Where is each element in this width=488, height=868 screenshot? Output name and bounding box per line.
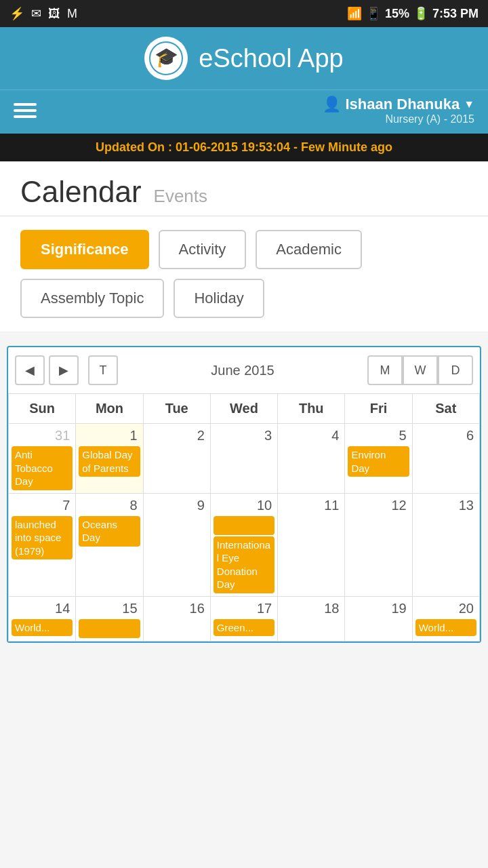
cal-nav-left: ◀ ▶ T [15,355,118,385]
day-cell[interactable]: 2 [143,424,210,494]
signal-icon: 📱 [366,6,381,21]
day-cell[interactable]: 7 launched into space (1979) [9,493,76,596]
day-number: 3 [214,427,274,445]
event-badge: launched into space (1979) [12,516,73,560]
table-row: 31 Anti Tobacco Day 1 Global Day of Pare… [9,424,480,494]
day-cell[interactable]: 4 [278,424,345,494]
day-number: 14 [12,599,73,618]
event-badge: Environ Day [348,446,409,477]
day-cell[interactable]: 19 [345,596,412,641]
event-badge: International Eye Donation Day [214,536,274,593]
app-header: 🎓 eSchool App [0,27,488,90]
event-badge: Global Day of Parents [79,446,140,477]
status-left-icons: ⚡ ✉ 🖼 M [9,6,77,21]
image-icon: 🖼 [48,7,60,21]
day-number: 13 [415,496,476,515]
status-bar: ⚡ ✉ 🖼 M 📶 📱 15% 🔋 7:53 PM [0,0,488,27]
day-cell[interactable]: 8 Oceans Day [76,493,143,596]
event-badge: World... [12,619,73,637]
filter-holiday[interactable]: Holiday [174,279,264,318]
day-number: 9 [146,496,207,515]
filter-activity[interactable]: Activity [159,230,247,269]
day-cell[interactable]: 15 [76,596,143,641]
time-display: 7:53 PM [432,7,479,21]
day-number: 8 [79,496,140,515]
event-badge: Oceans Day [79,516,140,547]
user-class-display: Nursery (A) - 2015 [323,113,474,125]
table-row: 7 launched into space (1979) 8 Oceans Da… [9,493,480,596]
weekday-fri: Fri [345,394,412,424]
today-button[interactable]: T [88,355,118,385]
gmail-icon: M [67,7,77,21]
event-badge: Green... [214,619,274,637]
table-row: 14 World... 15 16 17 Green... 18 [9,596,480,641]
day-number: 2 [146,427,207,445]
page-title-area: Calendar Events [0,161,488,216]
status-right-icons: 📶 📱 15% 🔋 7:53 PM [347,6,479,21]
month-view-button[interactable]: M [367,355,403,385]
battery-text: 15% [385,7,409,21]
user-icon: 👤 [323,96,341,113]
weekday-sat: Sat [412,394,479,424]
day-cell[interactable]: 18 [278,596,345,641]
day-cell[interactable]: 12 [345,493,412,596]
next-month-button[interactable]: ▶ [49,355,79,385]
event-badge: Anti Tobacco Day [12,446,73,490]
usb-icon: ⚡ [9,6,24,21]
filter-area: Significance Activity Academic Assembly … [0,216,488,332]
day-cell[interactable]: 13 [412,493,479,596]
user-name-display[interactable]: 👤 Ishaan Dhanuka ▼ [323,96,474,113]
day-number: 17 [214,599,274,618]
day-cell[interactable]: 6 [412,424,479,494]
dropdown-arrow-icon: ▼ [464,98,474,111]
day-cell[interactable]: 10 International Eye Donation Day [210,493,277,596]
weekday-sun: Sun [9,394,76,424]
email-icon: ✉ [31,6,41,21]
day-number: 6 [415,427,476,445]
battery-icon: 🔋 [413,6,428,21]
day-number: 15 [79,599,140,618]
day-view-button[interactable]: D [438,355,473,385]
user-info: 👤 Ishaan Dhanuka ▼ Nursery (A) - 2015 [323,96,474,125]
filter-significance[interactable]: Significance [20,230,149,269]
weekday-mon: Mon [76,394,143,424]
day-number: 16 [146,599,207,618]
day-cell[interactable]: 31 Anti Tobacco Day [9,424,76,494]
day-cell[interactable]: 17 Green... [210,596,277,641]
calendar-nav: ◀ ▶ T June 2015 M W D [8,347,480,393]
day-number: 4 [281,427,342,445]
user-bar: 👤 Ishaan Dhanuka ▼ Nursery (A) - 2015 [0,90,488,134]
day-cell[interactable]: 11 [278,493,345,596]
event-badge [214,516,274,535]
day-cell[interactable]: 3 [210,424,277,494]
day-cell[interactable]: 5 Environ Day [345,424,412,494]
svg-text:🎓: 🎓 [155,46,178,68]
wifi-icon: 📶 [347,6,362,21]
day-number: 11 [281,496,342,515]
weekday-header-row: Sun Mon Tue Wed Thu Fri Sat [9,394,480,424]
day-number: 19 [348,599,409,618]
hamburger-menu[interactable] [14,103,37,118]
page-subtitle: Events [154,186,208,207]
filter-assembly-topic[interactable]: Assembly Topic [20,279,164,318]
event-badge: World... [415,619,476,637]
day-number: 7 [12,496,73,515]
prev-month-button[interactable]: ◀ [15,355,45,385]
event-badge [79,619,140,638]
weekday-wed: Wed [210,394,277,424]
day-number: 12 [348,496,409,515]
page-title: Calendar [20,175,142,209]
day-number: 18 [281,599,342,618]
update-bar: Updated On : 01-06-2015 19:53:04 - Few M… [0,134,488,161]
day-cell[interactable]: 20 World... [412,596,479,641]
calendar-container: ◀ ▶ T June 2015 M W D Sun Mon Tue Wed Th… [7,346,481,643]
weekday-tue: Tue [143,394,210,424]
filter-academic[interactable]: Academic [256,230,362,269]
day-number: 10 [214,496,274,515]
day-cell[interactable]: 9 [143,493,210,596]
day-cell[interactable]: 14 World... [9,596,76,641]
calendar-grid: Sun Mon Tue Wed Thu Fri Sat 31 Anti Toba… [8,393,480,642]
day-cell[interactable]: 1 Global Day of Parents [76,424,143,494]
day-cell[interactable]: 16 [143,596,210,641]
week-view-button[interactable]: W [403,355,438,385]
